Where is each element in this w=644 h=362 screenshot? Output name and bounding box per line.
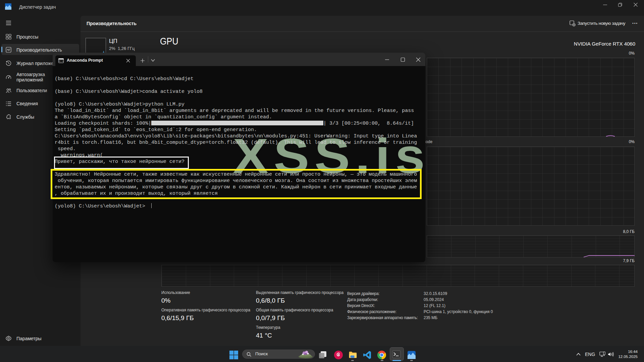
svg-text:C:\_: C:\_ — [59, 60, 64, 63]
